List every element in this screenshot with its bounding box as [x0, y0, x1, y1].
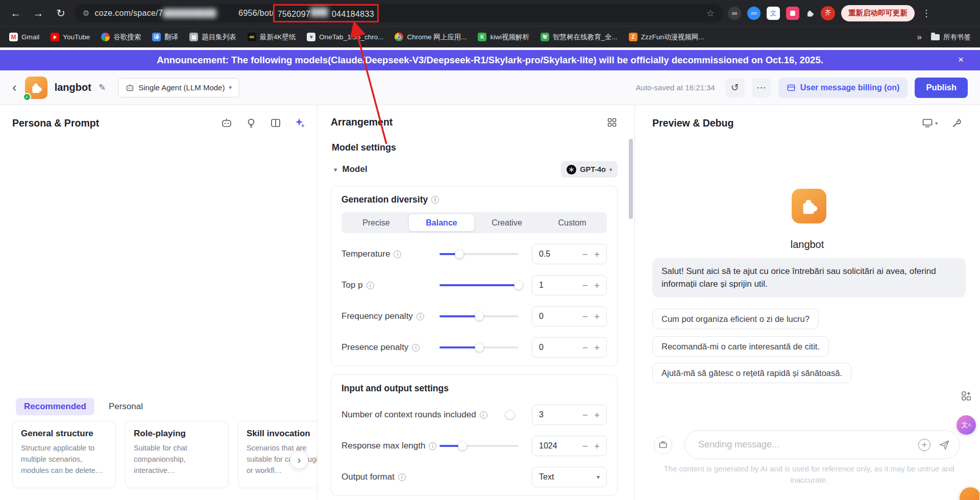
- slider-knob[interactable]: [458, 442, 467, 451]
- minus-button[interactable]: −: [582, 281, 588, 290]
- cards-next-button[interactable]: ›: [290, 451, 308, 469]
- plus-button[interactable]: +: [594, 410, 600, 420]
- plus-button[interactable]: +: [594, 249, 600, 259]
- url-bar[interactable]: ⚙ coze.com/space/7█████████6956/bot/7562…: [75, 4, 723, 22]
- slider-knob[interactable]: [455, 250, 463, 259]
- frequency-penalty-slider[interactable]: [439, 315, 519, 317]
- ai-optimize-sparkle-icon[interactable]: [295, 117, 306, 129]
- presence-penalty-slider[interactable]: [439, 346, 519, 348]
- segment-creative[interactable]: Creative: [474, 214, 540, 231]
- scrollbar-thumb[interactable]: [629, 139, 633, 219]
- browser-menu-icon[interactable]: ⋮: [921, 8, 932, 19]
- info-icon[interactable]: i: [429, 442, 436, 450]
- info-icon[interactable]: i: [480, 411, 487, 419]
- segment-custom[interactable]: Custom: [540, 214, 605, 231]
- template-card-role-playing[interactable]: Role-playing Suitable for chat companion…: [125, 421, 229, 488]
- close-icon[interactable]: ×: [958, 54, 964, 65]
- back-chevron-icon[interactable]: ‹: [12, 80, 17, 95]
- plus-button[interactable]: +: [594, 281, 600, 290]
- send-icon[interactable]: [939, 439, 950, 451]
- minus-button[interactable]: −: [582, 343, 588, 353]
- info-icon[interactable]: i: [412, 344, 420, 352]
- bookmarks-overflow-icon[interactable]: »: [917, 32, 922, 42]
- temperature-slider[interactable]: [439, 253, 519, 255]
- bookmark-youtube[interactable]: YouTube: [51, 33, 90, 41]
- tab-personal[interactable]: Personal: [109, 402, 143, 412]
- floating-assistant-button[interactable]: [960, 487, 979, 500]
- reload-icon[interactable]: ↻: [52, 5, 69, 22]
- top-p-slider[interactable]: [439, 284, 519, 286]
- collapse-chevron-icon[interactable]: ▾: [334, 166, 337, 173]
- extension-icon-2[interactable]: zm: [747, 7, 761, 20]
- info-icon[interactable]: i: [366, 282, 374, 289]
- model-select-dropdown[interactable]: GPT-4o ▾: [561, 161, 618, 178]
- bookmark-onetab[interactable]: ▼OneTab_1.35_chro...: [307, 33, 383, 41]
- chat-input[interactable]: [698, 439, 910, 450]
- response-max-length-slider[interactable]: [439, 445, 519, 447]
- profile-avatar[interactable]: 齐: [821, 6, 835, 20]
- chat-toolbox-button[interactable]: [654, 436, 672, 454]
- bookmark-zhihuishu[interactable]: 智智慧树在线教育_全...: [541, 33, 618, 42]
- bookmark-kiwi[interactable]: Kkiwi视频解析: [478, 33, 529, 42]
- minus-button[interactable]: −: [582, 410, 588, 420]
- minus-button[interactable]: −: [582, 312, 588, 321]
- bookmark-gmail[interactable]: MGmail: [9, 33, 39, 41]
- debug-wrench-icon[interactable]: [951, 117, 962, 129]
- minus-button[interactable]: −: [582, 441, 588, 451]
- segment-balance[interactable]: Balance: [409, 214, 474, 231]
- translate-assistant-button[interactable]: 文A: [957, 415, 976, 435]
- widget-grid-icon[interactable]: [961, 390, 972, 404]
- minus-button[interactable]: −: [582, 249, 588, 259]
- info-icon[interactable]: i: [431, 196, 439, 204]
- more-button[interactable]: ⋯: [752, 78, 771, 97]
- info-icon[interactable]: i: [416, 313, 424, 320]
- publish-button[interactable]: Publish: [915, 78, 968, 98]
- suggestion-chip-2[interactable]: Recomandă-mi o carte interesantă de citi…: [652, 336, 829, 357]
- layout-expand-icon[interactable]: [270, 117, 281, 129]
- billing-button[interactable]: User message billing (on): [778, 78, 908, 98]
- bookmark-zzzfun[interactable]: ZZzzFun动漫视频网...: [629, 33, 704, 42]
- plus-button[interactable]: +: [594, 441, 600, 451]
- context-rounds-slider-knob[interactable]: [505, 410, 514, 419]
- browser-update-button[interactable]: 重新启动即可更新: [841, 5, 915, 21]
- slider-knob[interactable]: [475, 312, 483, 321]
- history-button[interactable]: ↺: [725, 78, 745, 97]
- info-icon[interactable]: i: [394, 251, 401, 258]
- layout-grid-icon[interactable]: [606, 117, 618, 128]
- bookmark-translate[interactable]: 译翻译: [152, 33, 178, 42]
- template-card-general-structure[interactable]: General structure Structure applicable t…: [12, 421, 116, 488]
- all-bookmarks-button[interactable]: 所有书签: [931, 33, 971, 42]
- lightbulb-icon[interactable]: [246, 117, 257, 129]
- persona-bot-icon[interactable]: [221, 117, 232, 129]
- segment-precise[interactable]: Precise: [344, 214, 409, 231]
- chevron-down-icon: ▾: [229, 84, 232, 91]
- preview-panel: Preview & Debug ▾ langbot Salut! Sunt ai…: [635, 105, 979, 500]
- suggestion-chip-3[interactable]: Ajută-mă să gătesc o rețetă rapidă și să…: [652, 363, 851, 383]
- edit-icon[interactable]: ✎: [99, 82, 106, 93]
- translate-icon: 译: [152, 33, 161, 41]
- plus-button[interactable]: +: [594, 343, 600, 353]
- info-icon[interactable]: i: [398, 473, 406, 481]
- bookmark-problem-list[interactable]: ▤题目集列表: [189, 33, 236, 42]
- tab-recommended[interactable]: Recommended: [16, 398, 94, 415]
- extension-icon-1[interactable]: oo: [728, 7, 741, 20]
- extensions-puzzle-icon[interactable]: [805, 9, 815, 18]
- puzzle-icon: [29, 81, 43, 95]
- forward-icon[interactable]: →: [30, 5, 47, 22]
- slider-knob[interactable]: [514, 281, 523, 290]
- preview-device-dropdown[interactable]: ▾: [922, 117, 938, 129]
- bookmark-4k-wallpaper[interactable]: 4K最新4K壁纸: [248, 33, 296, 42]
- plus-button[interactable]: +: [594, 312, 600, 321]
- slider-knob[interactable]: [475, 343, 483, 352]
- output-format-dropdown[interactable]: Text▾: [532, 467, 607, 487]
- suggestion-chip-1[interactable]: Cum pot organiza eficient o zi de lucru?: [652, 309, 819, 329]
- bookmark-google-search[interactable]: 谷歌搜索: [101, 33, 141, 42]
- bookmark-chrome-store[interactable]: Chrome 网上应用...: [395, 33, 467, 42]
- extension-icon-3[interactable]: [786, 7, 799, 20]
- agent-mode-dropdown[interactable]: Single Agent (LLM Mode) ▾: [118, 78, 239, 97]
- translate-extension-icon[interactable]: 文: [767, 7, 780, 20]
- attach-plus-icon[interactable]: +: [918, 439, 930, 451]
- site-settings-icon[interactable]: ⚙: [83, 9, 89, 18]
- bookmark-star-icon[interactable]: ☆: [706, 8, 715, 19]
- back-icon[interactable]: ←: [7, 5, 24, 22]
